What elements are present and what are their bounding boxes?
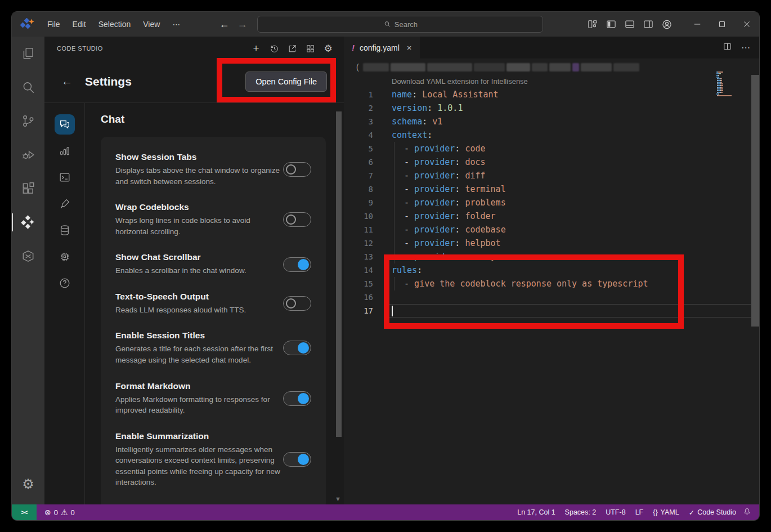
status-utf-8[interactable]: UTF-8 xyxy=(606,508,625,516)
maximize-button[interactable] xyxy=(710,12,734,37)
section-title: Chat xyxy=(101,113,344,126)
toggle-knob xyxy=(298,259,309,270)
menu-selection[interactable]: Selection xyxy=(92,17,137,32)
menu-view[interactable]: View xyxy=(137,17,166,32)
setting-toggle[interactable] xyxy=(283,212,311,227)
editor-more-actions-icon[interactable]: ⋯ xyxy=(741,42,750,53)
settings-nav xyxy=(44,103,85,504)
remote-indicator[interactable]: >< xyxy=(12,504,37,520)
tab-config-yaml[interactable]: ! config.yaml × xyxy=(344,37,420,59)
code-line-10[interactable]: 10- provider: folder xyxy=(344,209,759,223)
settings-nav-appearance-icon[interactable] xyxy=(55,194,75,214)
code-line-11[interactable]: 11- provider: codebase xyxy=(344,223,759,236)
account-icon[interactable] xyxy=(661,19,673,30)
status-lf[interactable]: LF xyxy=(635,508,644,516)
settings-nav-terminal-icon[interactable] xyxy=(55,167,75,187)
add-icon[interactable]: + xyxy=(250,43,262,54)
settings-nav-hardware-icon[interactable] xyxy=(55,247,75,267)
menu-[interactable]: ⋯ xyxy=(166,17,186,32)
menu-file[interactable]: File xyxy=(41,17,66,32)
toggle-knob xyxy=(286,164,296,175)
line-number: 11 xyxy=(344,223,373,236)
settings-nav-chat-icon[interactable] xyxy=(55,114,75,135)
code-line-1[interactable]: 1name: Local Assistant xyxy=(344,88,759,101)
setting-title: Format Markdown xyxy=(115,381,283,391)
status-yaml[interactable]: {}YAML xyxy=(653,508,679,516)
nx-console-icon[interactable] xyxy=(12,239,44,273)
setting-toggle[interactable] xyxy=(283,452,311,467)
error-icon: ⊗ xyxy=(44,508,51,517)
code-line-4[interactable]: 4context: xyxy=(344,128,759,142)
line-number: 12 xyxy=(344,236,373,250)
setting-toggle[interactable] xyxy=(283,341,311,355)
setting-description: Generates a title for each session after… xyxy=(115,343,283,365)
source-control-icon[interactable] xyxy=(12,104,44,138)
setting-item: Show Session Tabs Displays tabs above th… xyxy=(115,152,311,187)
setting-description: Applies Markdown formatting to responses… xyxy=(115,394,283,416)
settings-back-button[interactable]: ← xyxy=(61,75,73,88)
warning-count: 0 xyxy=(71,508,75,517)
setting-toggle[interactable] xyxy=(283,257,311,272)
setting-toggle[interactable] xyxy=(283,391,311,406)
setting-item: Enable Session Titles Generates a title … xyxy=(115,330,311,365)
warning-icon: ⚠ xyxy=(61,508,68,517)
code-line-12[interactable]: 12- provider: helpbot xyxy=(344,236,759,250)
status-ln-17-col-1[interactable]: Ln 17, Col 1 xyxy=(517,508,555,516)
code-line-5[interactable]: 5- provider: code xyxy=(344,142,759,155)
status-code-studio[interactable]: ✓Code Studio xyxy=(689,508,736,517)
close-button[interactable] xyxy=(734,12,759,37)
settings-gear-icon[interactable]: ⚙ xyxy=(322,43,334,54)
scroll-down-chevron-icon[interactable]: ▼ xyxy=(335,495,343,501)
editor-scrollbar[interactable] xyxy=(751,75,759,327)
settings-nav-help-icon[interactable] xyxy=(55,273,75,293)
split-editor-icon[interactable] xyxy=(723,42,732,53)
minimap[interactable] xyxy=(716,71,736,100)
notifications-bell-icon[interactable] xyxy=(743,507,759,517)
activity-bar: ⚙ xyxy=(12,37,44,504)
code-line-2[interactable]: 2version: 1.0.1 xyxy=(344,101,759,115)
history-icon[interactable] xyxy=(268,43,280,54)
status-spaces-2[interactable]: Spaces: 2 xyxy=(565,508,597,516)
code-line-3[interactable]: 3schema: v1 xyxy=(344,115,759,128)
run-debug-icon[interactable] xyxy=(12,138,44,172)
search-input[interactable]: Search xyxy=(257,16,543,33)
menu-edit[interactable]: Edit xyxy=(66,17,92,32)
settings-nav-database-icon[interactable] xyxy=(55,220,75,240)
manage-gear-icon[interactable]: ⚙ xyxy=(12,467,44,501)
setting-item: Format Markdown Applies Markdown formatt… xyxy=(115,381,311,416)
line-number: 8 xyxy=(344,182,373,196)
explorer-icon[interactable] xyxy=(12,37,44,70)
annotation-box-open-config xyxy=(217,58,336,102)
extensions-icon[interactable] xyxy=(12,172,44,205)
settings-nav-stats-icon[interactable] xyxy=(55,141,75,161)
problems-status[interactable]: ⊗ 0 ⚠ 0 xyxy=(44,508,75,517)
open-external-icon[interactable] xyxy=(286,43,298,54)
setting-title: Wrap Codeblocks xyxy=(115,202,283,212)
minimize-button[interactable] xyxy=(685,12,710,37)
layout-grid-icon[interactable] xyxy=(304,43,316,54)
title-bar: FileEditSelectionView⋯ ← → Search xyxy=(12,12,759,37)
breadcrumb[interactable]: ( xyxy=(344,59,759,75)
code-line-6[interactable]: 6- provider: docs xyxy=(344,155,759,169)
customize-layout-icon[interactable] xyxy=(587,19,598,30)
code-line-9[interactable]: 9- provider: problems xyxy=(344,196,759,209)
search-view-icon[interactable] xyxy=(12,70,44,104)
toggle-panel-bottom-icon[interactable] xyxy=(624,19,635,30)
sidebar-scrollbar[interactable] xyxy=(336,111,342,437)
history-back-button[interactable]: ← xyxy=(219,19,229,30)
code-studio-view-icon[interactable] xyxy=(12,205,44,239)
line-number: 16 xyxy=(344,290,373,304)
line-number: 2 xyxy=(344,101,373,115)
toggle-panel-right-icon[interactable] xyxy=(643,19,654,30)
search-placeholder: Search xyxy=(395,20,418,29)
code-line-7[interactable]: 7- provider: diff xyxy=(344,169,759,182)
setting-toggle[interactable] xyxy=(283,162,311,177)
code-line-8[interactable]: 8- provider: terminal xyxy=(344,182,759,196)
toggle-panel-left-icon[interactable] xyxy=(606,19,617,30)
tab-close-icon[interactable]: × xyxy=(407,43,412,52)
toggle-knob xyxy=(286,214,296,225)
line-number: 1 xyxy=(344,88,373,101)
settings-sidebar: CODE STUDIO + ⚙ xyxy=(44,37,344,504)
setting-toggle[interactable] xyxy=(283,296,311,311)
history-forward-button[interactable]: → xyxy=(237,19,247,30)
